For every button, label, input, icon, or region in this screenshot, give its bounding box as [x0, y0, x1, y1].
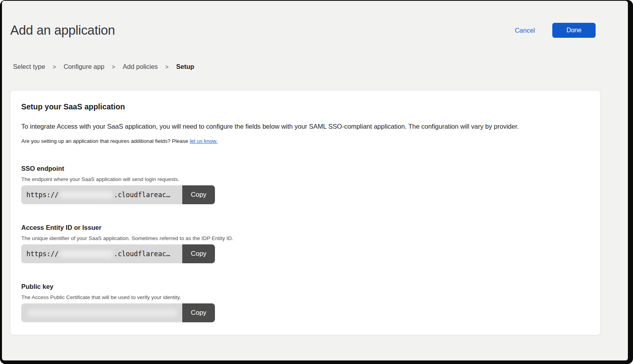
breadcrumb: Select type > Configure app > Add polici…	[2, 63, 628, 70]
breadcrumb-separator: >	[165, 63, 169, 70]
field-label: Public key	[21, 283, 589, 290]
field-description: The endpoint where your SaaS application…	[21, 176, 589, 182]
page-header: Add an application Cancel Done	[2, 1, 628, 38]
header-actions: Cancel Done	[515, 23, 596, 38]
let-us-know-link[interactable]: let us know.	[190, 138, 218, 144]
breadcrumb-separator: >	[53, 63, 56, 70]
field-access-entity-id: Access Entity ID or Issuer The unique id…	[21, 224, 589, 263]
redacted-value	[27, 309, 178, 317]
cancel-button[interactable]: Cancel	[515, 27, 535, 34]
field-description: The Access Public Certificate that will …	[21, 294, 589, 300]
public-key-value-box	[21, 303, 182, 322]
page-background: Add an application Cancel Done Select ty…	[2, 1, 628, 360]
value-suffix: .cloudflareac…	[114, 250, 170, 258]
value-suffix: .cloudflareac…	[114, 191, 170, 199]
sso-endpoint-value-box: https:// .cloudflareac…	[21, 185, 182, 204]
field-public-key: Public key The Access Public Certificate…	[21, 283, 589, 322]
field-description: The unique identifier of your SaaS appli…	[21, 235, 589, 241]
card-heading: Setup your SaaS application	[21, 102, 589, 111]
breadcrumb-select-type[interactable]: Select type	[13, 63, 45, 70]
field-label: Access Entity ID or Issuer	[21, 224, 589, 231]
copy-button[interactable]: Copy	[182, 303, 215, 322]
redacted-value	[59, 250, 113, 258]
value-row: https:// .cloudflareac… Copy	[21, 185, 215, 204]
copy-button[interactable]: Copy	[182, 185, 215, 204]
setup-card: Setup your SaaS application To integrate…	[10, 90, 601, 335]
note-question: Are you setting up an application that r…	[21, 138, 188, 144]
page-title: Add an application	[10, 23, 115, 38]
breadcrumb-separator: >	[112, 63, 115, 70]
copy-button[interactable]: Copy	[182, 244, 215, 263]
value-row: https:// .cloudflareac… Copy	[21, 244, 215, 263]
intro-text: To integrate Access with your SaaS appli…	[21, 122, 589, 131]
window-frame: Add an application Cancel Done Select ty…	[0, 0, 633, 364]
redacted-value	[59, 191, 113, 199]
value-row: Copy	[21, 303, 215, 322]
additional-fields-note: Are you setting up an application that r…	[21, 138, 589, 144]
field-label: SSO endpoint	[21, 165, 589, 172]
value-prefix: https://	[26, 191, 59, 199]
done-button[interactable]: Done	[552, 23, 596, 38]
access-entity-id-value-box: https:// .cloudflareac…	[21, 244, 182, 263]
value-prefix: https://	[26, 250, 59, 258]
breadcrumb-add-policies[interactable]: Add policies	[123, 63, 158, 70]
field-sso-endpoint: SSO endpoint The endpoint where your Saa…	[21, 165, 589, 204]
breadcrumb-setup: Setup	[176, 63, 194, 70]
breadcrumb-configure-app[interactable]: Configure app	[63, 63, 104, 70]
